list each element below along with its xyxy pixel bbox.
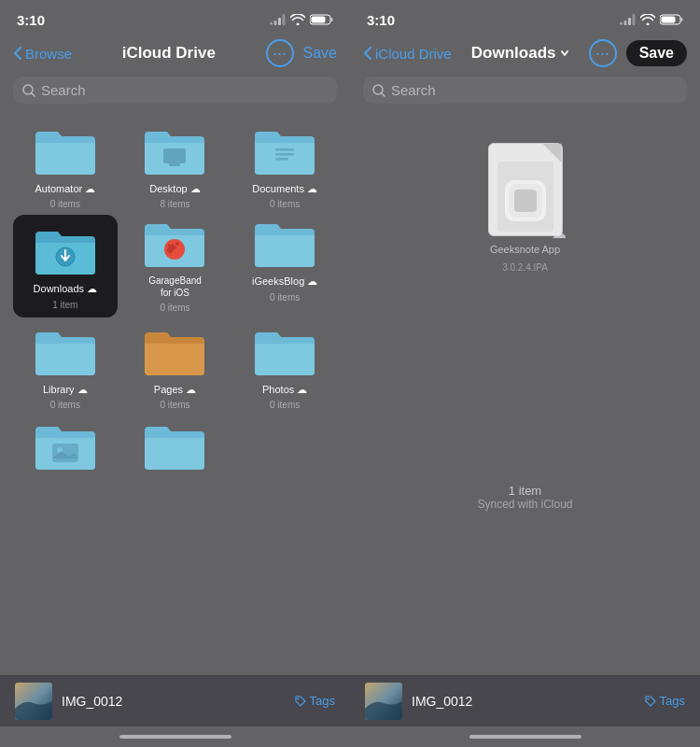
folder-automator-count: 0 items	[50, 199, 80, 209]
left-bottom-bar: IMG_0012 Tags	[0, 674, 350, 726]
right-tags-button[interactable]: Tags	[644, 694, 685, 708]
svg-rect-22	[624, 21, 627, 25]
svg-rect-24	[633, 14, 636, 25]
file-area: ☁ Geeksnote App 3.0.2.4.IPA	[350, 115, 700, 291]
svg-rect-12	[275, 158, 288, 161]
svg-rect-32	[514, 190, 537, 212]
left-save-button[interactable]: Save	[303, 45, 337, 62]
file-preview-image	[497, 162, 553, 232]
folder-grid-bottom	[0, 417, 350, 485]
left-home-bar	[119, 735, 231, 739]
wifi-icon	[290, 14, 305, 25]
folder-igeeksblog-icon	[251, 215, 318, 271]
left-home-indicator	[0, 726, 350, 747]
right-bottom-bar: IMG_0012 Tags	[350, 674, 700, 726]
folder-extra2[interactable]	[123, 417, 228, 477]
right-nav-chevron-icon	[560, 49, 569, 57]
folder-automator[interactable]: Automator ☁ 0 items	[13, 122, 118, 209]
folder-downloads-count: 1 item	[52, 300, 77, 310]
folder-extra2-icon	[141, 417, 208, 473]
folder-pages-label: Pages ☁	[154, 383, 196, 396]
folder-igeeksblog-count: 0 items	[270, 292, 300, 303]
right-status-icons	[620, 14, 683, 25]
left-bottom-filename: IMG_0012	[62, 694, 294, 709]
folder-garageband-label: GarageBandfor iOS	[148, 275, 202, 299]
folder-downloads-icon	[32, 222, 99, 278]
right-item-count: 1 item	[356, 484, 694, 498]
svg-rect-27	[662, 17, 676, 23]
left-nav-title: iCloud Drive	[122, 44, 216, 63]
right-home-bar	[469, 735, 581, 739]
right-phone: 3:10 iCloud Dr	[350, 0, 700, 747]
svg-rect-2	[278, 18, 281, 25]
left-search-placeholder: Search	[41, 82, 86, 98]
folder-pages[interactable]: Pages ☁ 0 items	[123, 323, 228, 410]
svg-point-34	[647, 698, 649, 699]
right-bottom-filename: IMG_0012	[412, 694, 644, 709]
left-thumbnail	[15, 683, 52, 720]
svg-point-20	[297, 698, 299, 699]
folder-library-label: Library ☁	[43, 383, 88, 396]
svg-rect-1	[274, 21, 277, 25]
file-name-label: Geeksnote App	[490, 244, 560, 255]
right-save-button[interactable]: Save	[626, 40, 687, 66]
folder-extra1[interactable]	[13, 417, 118, 477]
folder-library-count: 0 items	[50, 400, 80, 410]
left-search-bar[interactable]: Search	[13, 77, 337, 104]
svg-rect-6	[312, 17, 326, 23]
svg-rect-3	[283, 14, 286, 25]
svg-point-0	[270, 22, 273, 25]
folder-grid: Automator ☁ 0 items Desktop ☁ 8 items	[0, 115, 350, 417]
folder-photos[interactable]: Photos ☁ 0 items	[232, 323, 337, 410]
left-more-button[interactable]: ···	[266, 39, 294, 67]
folder-documents-label: Documents ☁	[252, 182, 317, 195]
folder-igeeksblog[interactable]: iGeeksBlog ☁ 0 items	[232, 215, 337, 317]
tag-icon	[294, 695, 307, 708]
svg-rect-10	[275, 148, 294, 151]
svg-rect-16	[52, 444, 78, 462]
right-back-chevron-icon	[363, 46, 372, 61]
right-more-button[interactable]: ···	[589, 39, 617, 67]
folder-desktop[interactable]: Desktop ☁ 8 items	[123, 122, 228, 209]
right-home-indicator	[350, 726, 700, 747]
left-back-button[interactable]: Browse	[13, 46, 72, 62]
svg-rect-23	[628, 18, 631, 25]
left-status-bar: 3:10	[0, 0, 350, 34]
folder-documents-count: 0 items	[270, 199, 300, 209]
thumbnail-image	[15, 683, 52, 720]
right-sync-status: Synced with iCloud	[356, 498, 694, 511]
left-phone: 3:10	[0, 0, 350, 747]
folder-automator-label: Automator ☁	[35, 182, 95, 195]
folder-pages-icon	[141, 323, 208, 379]
folder-desktop-count: 8 items	[160, 199, 189, 209]
folder-garageband[interactable]: GarageBandfor iOS 0 items	[123, 215, 228, 317]
left-tags-button[interactable]: Tags	[294, 694, 335, 708]
folder-documents[interactable]: Documents ☁ 0 items	[232, 122, 337, 209]
right-tag-icon	[644, 695, 657, 708]
signal-icon	[270, 14, 286, 25]
battery-icon	[310, 14, 333, 25]
right-thumbnail-image	[365, 683, 402, 720]
right-search-bar[interactable]: Search	[363, 77, 687, 104]
folder-library-icon	[32, 323, 99, 379]
svg-rect-26	[681, 18, 683, 21]
right-back-button[interactable]: iCloud Drive	[363, 46, 452, 62]
right-time: 3:10	[367, 12, 395, 28]
search-icon	[22, 84, 35, 97]
right-search-icon	[372, 84, 385, 97]
left-nav-bar: Browse iCloud Drive ··· Save	[0, 34, 350, 75]
right-battery-icon	[660, 14, 683, 25]
svg-point-15	[175, 242, 179, 246]
file-icon-wrapper: ☁	[488, 143, 563, 236]
right-footer-status: 1 item Synced with iCloud	[350, 478, 700, 516]
folder-garageband-count: 0 items	[160, 303, 189, 313]
folder-desktop-label: Desktop ☁	[149, 182, 200, 195]
svg-point-21	[620, 22, 623, 25]
right-search-placeholder: Search	[391, 82, 436, 98]
folder-downloads[interactable]: Downloads ☁ 1 item	[13, 215, 118, 317]
folder-photos-label: Photos ☁	[262, 383, 307, 396]
right-spacer	[350, 291, 700, 478]
right-content: ☁ Geeksnote App 3.0.2.4.IPA 1 item Synce…	[350, 111, 700, 674]
right-signal-icon	[620, 14, 636, 25]
folder-library[interactable]: Library ☁ 0 items	[13, 323, 118, 410]
